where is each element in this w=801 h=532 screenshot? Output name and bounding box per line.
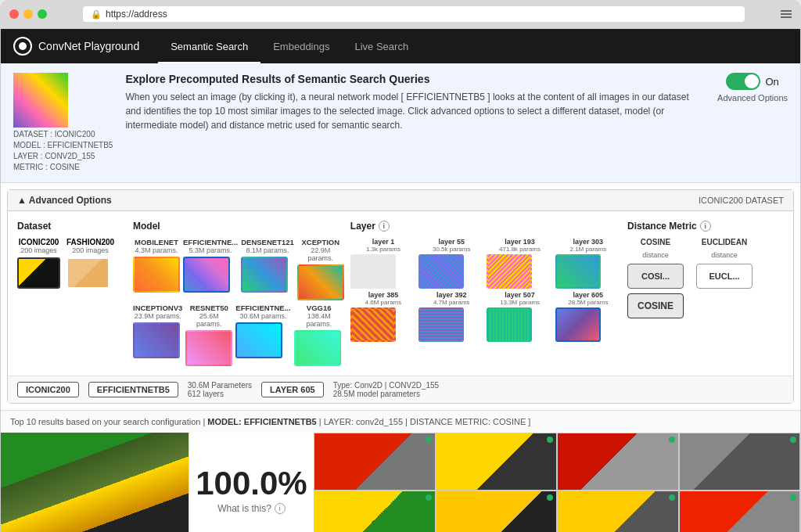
tab-embeddings[interactable]: Embeddings bbox=[260, 29, 342, 63]
model-item-resnet50[interactable]: RESNET50 25.6M params. bbox=[185, 304, 232, 366]
advanced-header-title: ▲ Advanced Options bbox=[17, 195, 112, 206]
metric-col-title: Distance Metric i bbox=[627, 221, 784, 232]
metric-btn-cosi[interactable]: COSI... bbox=[627, 264, 684, 289]
layer-item-605[interactable]: layer 605 28.5M params bbox=[555, 291, 621, 342]
model-item-mobilenet[interactable]: MOBILENET 4.3M params. bbox=[133, 238, 180, 300]
selected-image bbox=[1, 433, 189, 532]
layer-thumb-507[interactable] bbox=[487, 307, 532, 342]
match-info-icon[interactable]: i bbox=[275, 503, 286, 514]
result-thumb-4[interactable] bbox=[679, 433, 801, 491]
model-thumb-xception[interactable] bbox=[297, 264, 344, 300]
tab-live-search[interactable]: Live Search bbox=[342, 29, 421, 63]
result-thumb-7[interactable] bbox=[557, 491, 679, 532]
maximize-button[interactable] bbox=[38, 9, 47, 19]
results-metric-label: DISTANCE METRIC: COSINE bbox=[410, 417, 526, 426]
tab-semantic-search[interactable]: Semantic Search bbox=[158, 29, 260, 63]
dataset-item-fashion200[interactable]: FASHION200 200 images bbox=[66, 238, 114, 289]
result-dot-2 bbox=[547, 437, 553, 443]
close-button[interactable] bbox=[9, 9, 19, 19]
metric-btn-cosine[interactable]: COSINE bbox=[627, 293, 684, 318]
result-thumb-5[interactable] bbox=[314, 491, 436, 532]
result-thumb-8[interactable] bbox=[679, 491, 801, 532]
banner-meta: DATASET : ICONIC200 MODEL : EFFICIENTNET… bbox=[13, 129, 113, 173]
result-dot-4 bbox=[790, 437, 796, 443]
advanced-options-header[interactable]: ▲ Advanced Options ICONIC200 DATASET bbox=[8, 190, 793, 211]
logo-icon bbox=[13, 37, 32, 56]
model-thumb-densenet121[interactable] bbox=[241, 257, 288, 293]
model-thumb-mobilenet[interactable] bbox=[133, 257, 180, 293]
selected-image-container[interactable]: SELECTED IMAGE FERRARIYELLOW bbox=[1, 433, 189, 532]
address-bar[interactable]: 🔒 https://address bbox=[83, 6, 745, 22]
banner-preview-image: DATASET : ICONIC200 MODEL : EFFICIENTNET… bbox=[13, 73, 113, 173]
result-dot-5 bbox=[426, 494, 432, 501]
model-column: Model MOBILENET 4.3M params. EFFICIENTNE… bbox=[133, 221, 344, 366]
toggle-sublabel: Advanced Options bbox=[717, 93, 788, 102]
model-item-densenet121[interactable]: DENSENET121 8.1M params. bbox=[241, 238, 294, 300]
layer-thumb-193[interactable] bbox=[487, 254, 532, 289]
match-label: What is this? i bbox=[217, 503, 286, 514]
model-thumb-vgg16[interactable] bbox=[294, 330, 341, 366]
layer-type-info: Type: Conv2D | CONV2D_155 28.5M model pa… bbox=[333, 381, 439, 398]
results-grid: SELECTED IMAGE FERRARIYELLOW 100.0% What… bbox=[1, 433, 800, 532]
nav-tabs: Semantic Search Embeddings Live Search bbox=[158, 29, 421, 63]
model-thumb-efficientne-lg[interactable] bbox=[235, 322, 282, 358]
layer-item-507[interactable]: layer 507 13.3M params bbox=[487, 291, 552, 342]
model-item-efficientnetb5-lg[interactable]: EFFICIENTNE... 30.6M params. bbox=[235, 304, 290, 366]
metric-info-icon[interactable]: i bbox=[700, 221, 711, 232]
model-thumb-inceptionv3[interactable] bbox=[133, 322, 180, 358]
options-grid: Dataset ICONIC200 200 images FASHION200 … bbox=[8, 211, 793, 376]
layer-item-392[interactable]: layer 392 4.7M params bbox=[418, 291, 484, 342]
model-item-vgg16[interactable]: VGG16 138.4M params. bbox=[294, 304, 344, 366]
browser-menu[interactable] bbox=[781, 10, 792, 18]
results-top-row bbox=[314, 433, 800, 491]
toggle-knob bbox=[745, 74, 759, 88]
result-dot-1 bbox=[426, 437, 432, 443]
dataset-thumb-fashion200[interactable] bbox=[66, 257, 110, 289]
layer-item-55[interactable]: layer 55 30.5k params bbox=[418, 238, 484, 289]
banner-text: Explore Precomputed Results of Semantic … bbox=[125, 73, 705, 132]
layer-thumb-303[interactable] bbox=[555, 254, 601, 289]
result-thumb-6[interactable] bbox=[436, 491, 558, 532]
selected-dataset-badge: ICONIC200 bbox=[17, 382, 79, 397]
layer-thumb-605[interactable] bbox=[555, 307, 601, 342]
model-item-inceptionv3[interactable]: INCEPTIONV3 23.9M params. bbox=[133, 304, 182, 366]
dataset-col-title: Dataset bbox=[17, 221, 127, 232]
model-thumb-efficientne-sm[interactable] bbox=[183, 257, 230, 293]
selection-bar: ICONIC200 EFFICIENTNETB5 30.6M Parameter… bbox=[8, 376, 793, 403]
model-thumb-resnet50[interactable] bbox=[185, 330, 232, 366]
results-layer-label: LAYER: conv2d_155 bbox=[324, 417, 403, 426]
model-item-efficientnetb5-sm[interactable]: EFFICIENTNE... 5.3M params. bbox=[183, 238, 238, 300]
layer-column: Layer i layer 1 1.3k params layer 55 30.… bbox=[350, 221, 621, 366]
layer-item-385[interactable]: layer 385 4.6M params bbox=[350, 291, 416, 342]
dataset-thumb-iconic200[interactable] bbox=[17, 257, 60, 289]
result-dot-6 bbox=[547, 494, 553, 501]
result-dot-7 bbox=[669, 494, 675, 501]
result-dot-8 bbox=[790, 494, 796, 501]
layer-info-icon[interactable]: i bbox=[379, 221, 390, 232]
dataset-items: ICONIC200 200 images FASHION200 200 imag… bbox=[17, 238, 127, 289]
lock-icon: 🔒 bbox=[91, 9, 102, 20]
model-item-xception[interactable]: XCEPTION 22.9M params. bbox=[297, 238, 344, 300]
layer-thumb-55[interactable] bbox=[418, 254, 464, 289]
metric-euclidean-col: EUCLIDEAN distance EUCL... bbox=[696, 238, 753, 318]
layer-thumb-385[interactable] bbox=[350, 307, 396, 342]
model-params-info: 30.6M Parameters 612 layers bbox=[188, 381, 252, 398]
banner-description: When you select an image (by clicking it… bbox=[125, 90, 705, 132]
layer-item-1[interactable]: layer 1 1.3k params bbox=[350, 238, 416, 289]
layer-thumb-392[interactable] bbox=[418, 307, 464, 342]
layer-col-title: Layer i bbox=[350, 221, 621, 232]
result-thumb-3[interactable] bbox=[557, 433, 679, 491]
metric-btn-eucl[interactable]: EUCL... bbox=[696, 264, 753, 289]
dataset-item-iconic200[interactable]: ICONIC200 200 images bbox=[17, 238, 60, 289]
result-thumb-1[interactable] bbox=[314, 433, 436, 491]
layer-item-303[interactable]: layer 303 2.1M params bbox=[555, 238, 621, 289]
toggle-switch[interactable] bbox=[726, 73, 760, 90]
app-container: ConvNet Playground Semantic Search Embed… bbox=[0, 28, 801, 532]
minimize-button[interactable] bbox=[23, 9, 33, 19]
layer-item-193[interactable]: layer 193 471.8k params bbox=[487, 238, 552, 289]
advanced-options-toggle[interactable]: On Advanced Options bbox=[717, 73, 788, 102]
url-text: https://address bbox=[106, 9, 167, 20]
match-score: 100.0% bbox=[196, 467, 307, 500]
result-thumb-2[interactable] bbox=[436, 433, 558, 491]
layer-thumb-1[interactable] bbox=[350, 254, 396, 289]
